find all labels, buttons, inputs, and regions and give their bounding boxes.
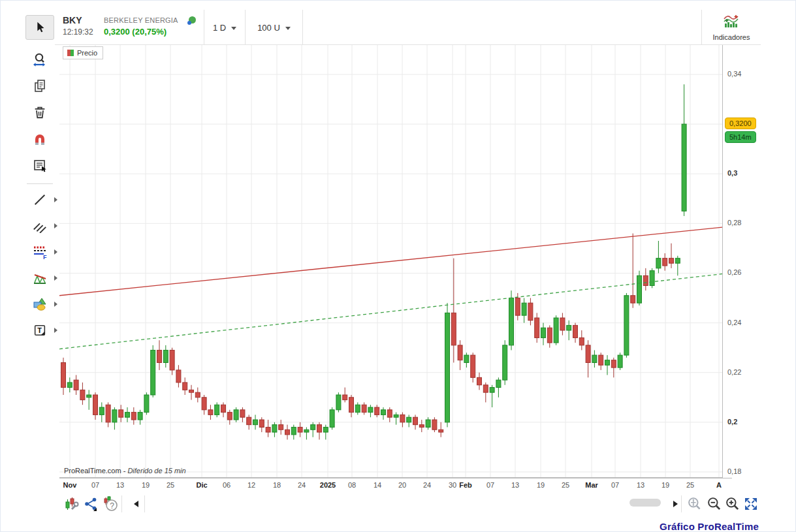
duplicate-tool-button[interactable] bbox=[25, 74, 54, 99]
copy-icon bbox=[32, 78, 48, 94]
parallel-submenu-chevron[interactable] bbox=[54, 223, 57, 228]
fibonacci-submenu-chevron[interactable] bbox=[54, 249, 57, 255]
time-axis-label: 13 bbox=[116, 481, 124, 489]
time-axis-label: 25 bbox=[167, 481, 174, 489]
time-axis-label: 08 bbox=[348, 481, 356, 489]
candlestick-chart-canvas[interactable] bbox=[59, 45, 722, 478]
price-axis-label: 0,18 bbox=[727, 467, 741, 475]
help-button[interactable]: ? bbox=[102, 495, 119, 512]
price-axis[interactable]: 0,340,30,280,260,240,220,20,180,32005h14… bbox=[722, 45, 761, 478]
object-list-tool-button[interactable] bbox=[25, 153, 54, 178]
bottom-toolbar: ? bbox=[59, 493, 761, 515]
time-axis-label: 20 bbox=[398, 481, 406, 489]
magnet-tool-button[interactable] bbox=[25, 127, 54, 152]
last-price-change: 0,3200 (20,75%) bbox=[104, 27, 167, 37]
toolbar-separator bbox=[681, 495, 682, 512]
share-button[interactable] bbox=[82, 495, 99, 512]
units-value: 100 U bbox=[257, 23, 280, 33]
time-axis-label: 24 bbox=[298, 481, 306, 489]
time-axis-label: 2025 bbox=[320, 481, 336, 489]
chart-settings-button[interactable] bbox=[63, 495, 80, 512]
cursor-icon bbox=[33, 20, 47, 35]
cursor-tool-button[interactable] bbox=[25, 15, 54, 40]
fullscreen-button[interactable] bbox=[742, 495, 759, 512]
time-axis-label: Feb bbox=[459, 481, 472, 489]
price-axis-label: 0,34 bbox=[727, 70, 741, 78]
scroll-right-icon bbox=[673, 501, 678, 507]
time-axis-label: Nov bbox=[63, 481, 77, 489]
zoom-fit-button[interactable] bbox=[686, 495, 703, 512]
price-axis-label: 0,24 bbox=[727, 319, 741, 326]
time-axis-label: 06 bbox=[223, 481, 231, 489]
pattern-tool-button[interactable] bbox=[25, 266, 54, 290]
chart-header: BKY 12:19:32 BERKELEY ENERGIA 0,3200 (20… bbox=[55, 10, 761, 45]
text-submenu-chevron[interactable] bbox=[54, 328, 57, 333]
price-axis-label: 0,26 bbox=[727, 268, 741, 276]
time-axis-label: 25 bbox=[562, 481, 569, 489]
pattern-submenu-chevron[interactable] bbox=[54, 275, 57, 281]
time-axis-label: 30 bbox=[449, 481, 456, 489]
zoom-fit-icon bbox=[686, 495, 703, 512]
shapes-submenu-chevron[interactable] bbox=[54, 302, 57, 307]
shapes-tool-button[interactable] bbox=[25, 292, 54, 317]
prorealtime-chart-window: F T bbox=[0, 0, 796, 532]
fibonacci-icon: F bbox=[32, 244, 48, 260]
toolbar-separator bbox=[121, 495, 122, 512]
chevron-down-icon bbox=[285, 27, 291, 30]
zoom-tool-button[interactable] bbox=[25, 48, 54, 72]
timeframe-dropdown[interactable]: 1 D bbox=[204, 10, 246, 45]
share-icon bbox=[83, 496, 99, 512]
time-axis-label: 18 bbox=[273, 481, 281, 489]
time-axis-label: Dic bbox=[196, 481, 207, 489]
time-axis-label: A bbox=[716, 481, 722, 489]
zoom-in-icon bbox=[724, 495, 741, 512]
countdown-badge: 5h14m bbox=[725, 131, 756, 143]
zoom-out-button[interactable] bbox=[706, 495, 723, 512]
line-tool-button[interactable] bbox=[25, 187, 54, 212]
time-axis-label: 24 bbox=[423, 481, 431, 489]
time-axis-label: 07 bbox=[611, 481, 619, 489]
time-axis[interactable]: Nov07131925Dic0612182420250814202430Feb0… bbox=[59, 478, 732, 492]
watermark: ProRealTime.com - Diferido de 15 min bbox=[64, 467, 186, 475]
text-icon: T bbox=[33, 323, 47, 337]
delete-tool-button[interactable] bbox=[25, 100, 54, 125]
units-dropdown[interactable]: 100 U bbox=[246, 10, 303, 45]
price-axis-label: 0,3 bbox=[727, 169, 737, 177]
parallel-lines-tool-button[interactable] bbox=[25, 213, 54, 238]
indicators-button[interactable]: Indicadores bbox=[701, 10, 761, 45]
indicators-label: Indicadores bbox=[702, 33, 761, 41]
toolbar-divider bbox=[27, 183, 53, 184]
time-axis-label: 13 bbox=[637, 481, 645, 489]
price-axis-label: 0,2 bbox=[727, 418, 737, 426]
price-legend[interactable]: Precio bbox=[63, 46, 103, 59]
svg-text:?: ? bbox=[110, 501, 114, 510]
chart-scrollbar-thumb[interactable] bbox=[629, 499, 661, 507]
watermark-delay: Diferido de 15 min bbox=[127, 467, 185, 475]
zoom-in-button[interactable] bbox=[724, 495, 741, 512]
time-axis-label: 19 bbox=[142, 481, 150, 489]
price-legend-label: Precio bbox=[77, 49, 97, 57]
help-icon: ? bbox=[102, 495, 119, 512]
time-axis-label: 12 bbox=[247, 481, 255, 489]
price-axis-label: 0,22 bbox=[727, 368, 741, 376]
prorealtime-footer-link[interactable]: Gráfico ProRealTime bbox=[660, 521, 759, 532]
svg-text:F: F bbox=[43, 254, 47, 260]
time-axis-label: 19 bbox=[537, 481, 545, 489]
parallel-lines-icon bbox=[33, 219, 47, 233]
pattern-icon bbox=[32, 270, 48, 286]
scroll-left-button[interactable] bbox=[127, 495, 144, 512]
svg-text:T: T bbox=[37, 326, 42, 334]
time-axis-label: 19 bbox=[661, 481, 669, 489]
text-tool-button[interactable]: T bbox=[25, 318, 54, 343]
line-submenu-chevron[interactable] bbox=[54, 197, 57, 202]
trash-icon bbox=[33, 105, 47, 119]
fibonacci-tool-button[interactable]: F bbox=[25, 240, 54, 264]
time-axis-label: 13 bbox=[511, 481, 519, 489]
zoom-range-icon bbox=[32, 52, 48, 68]
time-axis-label: 14 bbox=[374, 481, 381, 489]
drawing-toolbar: F T bbox=[20, 8, 58, 465]
symbol-block[interactable]: BKY 12:19:32 BERKELEY ENERGIA 0,3200 (20… bbox=[55, 10, 204, 45]
fullscreen-icon bbox=[743, 496, 759, 512]
time-axis-label: 25 bbox=[686, 481, 694, 489]
magnet-icon bbox=[32, 132, 48, 148]
